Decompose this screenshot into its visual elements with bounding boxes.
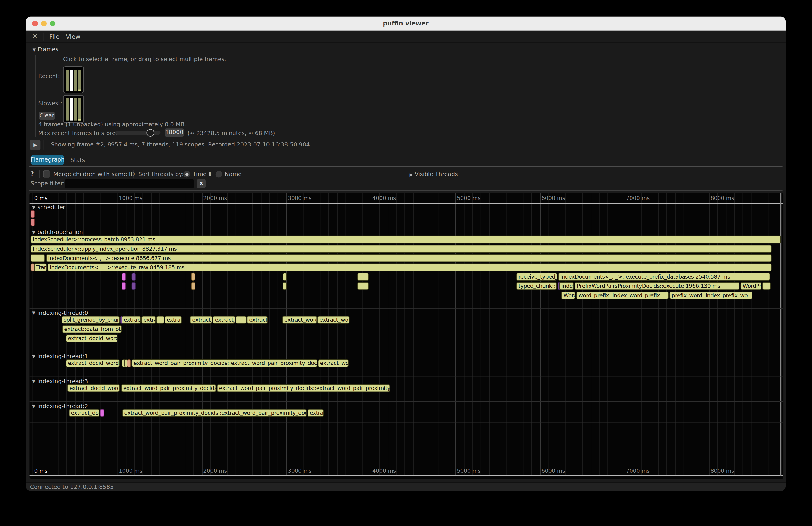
scope-bar[interactable]: extract_: [190, 316, 212, 324]
ruler-tick-label-bottom: 1000 ms: [119, 468, 142, 474]
scope-bar[interactable]: split_grenad_by_chun: [62, 316, 119, 324]
scope-bar[interactable]: extract: [122, 316, 141, 324]
slowest-label: Slowest:: [38, 100, 62, 106]
scope-filter-clear-button[interactable]: x: [197, 179, 205, 188]
canvas-frame-line: [29, 475, 783, 476]
theme-toggle-icon[interactable]: ☀: [32, 33, 38, 40]
menu-file[interactable]: File: [49, 33, 60, 40]
scope-bar[interactable]: extract_word_pair_proximity_docids::extr…: [122, 409, 307, 417]
thread-section-header-batch-operation[interactable]: ▼batch-operation: [32, 229, 83, 236]
frame-bar[interactable]: [66, 71, 69, 91]
scope-bar[interactable]: extract_wo: [318, 360, 349, 367]
scope-bar[interactable]: extract::data_from_ob: [62, 325, 122, 333]
gridline: [371, 192, 371, 477]
max-frames-slider-knob[interactable]: [146, 129, 154, 137]
scope-bar[interactable]: [31, 210, 35, 218]
scope-bar[interactable]: [31, 219, 35, 227]
collapse-triangle-icon: ▼: [32, 205, 35, 210]
frame-bar[interactable]: [78, 71, 81, 91]
scope-bar[interactable]: extract_wo: [318, 316, 350, 324]
sort-name-radio[interactable]: [216, 171, 222, 177]
scope-bar[interactable]: extract_word_pair_proximity_docids::extr…: [217, 384, 390, 392]
recent-frames-thumbnail[interactable]: [63, 66, 84, 93]
scope-bar[interactable]: word_prefix::index_word_prefix_: [576, 292, 669, 299]
gridline: [430, 192, 430, 477]
scope-bar[interactable]: [122, 273, 126, 281]
scope-bar[interactable]: typed_chunk::w: [516, 282, 556, 290]
clear-frames-button[interactable]: Clear: [39, 112, 55, 120]
frames-section-header[interactable]: ▼ Frames: [33, 46, 58, 53]
flamegraph-canvas[interactable]: 0 ms0 ms1000 ms1000 ms2000 ms2000 ms3000…: [29, 192, 783, 479]
menu-view[interactable]: View: [66, 33, 81, 40]
scope-filter-input[interactable]: [65, 179, 194, 188]
thread-section-header-indexing-thread:1[interactable]: ▼indexing-thread:1: [32, 353, 88, 360]
scope-bar[interactable]: PrefixWordPairsProximityDocids::execute …: [575, 282, 740, 290]
scope-bar[interactable]: [100, 409, 104, 417]
scope-bar[interactable]: extract: [247, 316, 268, 324]
frame-bar[interactable]: [78, 99, 81, 121]
scope-bar[interactable]: WordPr: [741, 282, 761, 290]
scope-bar[interactable]: [31, 254, 45, 262]
scope-bar[interactable]: [357, 282, 369, 290]
scope-bar[interactable]: extract_word_pair_proximity_docids: [121, 384, 216, 392]
scope-bar[interactable]: extract_docid_word: [66, 335, 117, 342]
scope-bar[interactable]: extract_doc: [69, 409, 99, 417]
scope-bar[interactable]: [132, 282, 136, 290]
scope-bar[interactable]: extrac: [165, 316, 182, 324]
scope-bar[interactable]: IndexDocuments<_, _>::execute 8656.677 m…: [46, 254, 772, 262]
scope-bar[interactable]: [762, 282, 770, 290]
frame-bar[interactable]: [66, 99, 69, 121]
frame-bar[interactable]: [74, 71, 77, 91]
window-title: puffin viewer: [26, 20, 786, 27]
thread-section-header-indexing-thread:0[interactable]: ▼indexing-thread:0: [32, 310, 88, 316]
scope-bar[interactable]: IndexScheduler>::apply_index_operation 8…: [31, 245, 772, 253]
scope-bar[interactable]: extract_: [213, 316, 235, 324]
tab-flamegraph[interactable]: Flamegraph: [31, 155, 64, 164]
frame-bar-selected[interactable]: [70, 99, 73, 121]
scope-bar[interactable]: index: [559, 282, 574, 290]
scope-bar[interactable]: extrac: [307, 409, 323, 417]
visible-threads-toggle[interactable]: ▶ Visible Threads: [410, 171, 458, 177]
scope-bar[interactable]: [236, 316, 247, 324]
gridline: [625, 192, 625, 477]
ruler-tick-label-top: 1000 ms: [119, 195, 142, 201]
frame-bar-selected[interactable]: [70, 71, 73, 91]
scope-bar[interactable]: [283, 282, 287, 290]
thread-section-header-indexing-thread:3[interactable]: ▼indexing-thread:3: [32, 378, 88, 385]
max-frames-value[interactable]: 18000: [165, 128, 184, 137]
scope-bar[interactable]: IndexScheduler>::process_batch 8953.821 …: [31, 236, 781, 244]
scope-bar[interactable]: receive_typed_: [516, 273, 557, 281]
frame-bar[interactable]: [74, 99, 77, 121]
sort-time-radio[interactable]: [183, 171, 190, 177]
scope-bar[interactable]: [156, 316, 164, 324]
scope-bar[interactable]: prefix_word::index_prefix_wo: [669, 292, 752, 299]
scope-bar[interactable]: IndexDocuments<_, _>::execute_prefix_dat…: [558, 273, 770, 281]
scope-bar[interactable]: Word: [561, 292, 575, 299]
sort-direction-arrow-icon[interactable]: ⬇: [208, 171, 213, 177]
scope-bar[interactable]: IndexDocuments<_, _>::execute_raw 8459.1…: [48, 263, 772, 271]
scope-bar[interactable]: extract_word: [282, 316, 317, 324]
scope-bar[interactable]: Trans: [34, 263, 47, 271]
scope-bar[interactable]: [357, 273, 369, 281]
scope-bar[interactable]: extract_docid_word: [68, 384, 120, 392]
canvas-right-edge: [781, 192, 781, 477]
thread-section-header-indexing-thread:2[interactable]: ▼indexing-thread:2: [32, 403, 88, 410]
scope-bar[interactable]: [127, 360, 131, 367]
thread-section-header-scheduler[interactable]: ▼scheduler: [32, 204, 66, 210]
tab-stats[interactable]: Stats: [70, 157, 85, 164]
scope-bar[interactable]: [122, 282, 126, 290]
help-button[interactable]: ?: [31, 170, 34, 177]
slowest-frames-thumbnail[interactable]: [63, 95, 84, 122]
title-bar[interactable]: puffin viewer: [26, 17, 786, 31]
scope-bar[interactable]: extra: [141, 316, 156, 324]
play-button[interactable]: ▶: [30, 140, 41, 150]
scope-bar[interactable]: [191, 273, 195, 281]
scope-bar[interactable]: [191, 282, 195, 290]
scope-bar[interactable]: extract_docid_word: [66, 360, 119, 367]
scope-bar[interactable]: extract_word_pair_proximity_docids::extr…: [132, 360, 318, 367]
ruler-tick-label-top: 5000 ms: [457, 195, 481, 201]
gridline: [312, 192, 312, 477]
merge-children-checkbox[interactable]: [43, 170, 50, 177]
scope-bar[interactable]: [283, 273, 287, 281]
scope-bar[interactable]: [132, 273, 136, 281]
